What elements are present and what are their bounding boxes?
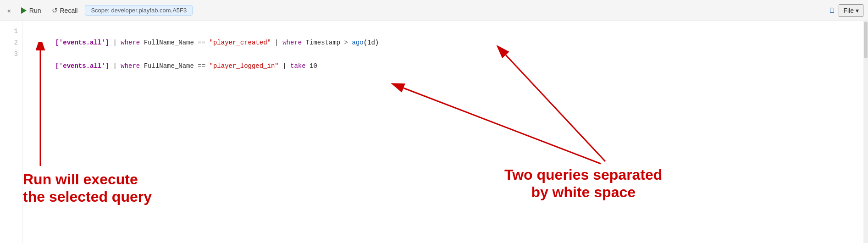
file-icon: 🗒: [829, 6, 836, 15]
recall-button[interactable]: ↺ Recall: [48, 5, 81, 17]
file-label: File: [843, 7, 854, 14]
token-table-1: ['events.all']: [55, 39, 109, 46]
token-pipe-4: |: [279, 62, 290, 70]
scope-badge: Scope: developer.playfab.com.A5F3: [85, 5, 193, 16]
scope-prefix: Scope:: [91, 7, 109, 14]
chevron-down-icon: ▾: [856, 7, 859, 14]
code-area[interactable]: ['events.all'] | where FullName_Name == …: [23, 21, 863, 243]
token-take-1: take: [290, 62, 306, 70]
token-pipe-1: |: [109, 39, 121, 46]
token-where-1: where: [121, 39, 140, 46]
file-button[interactable]: File ▾: [839, 4, 863, 17]
line-number-2: 2: [0, 37, 18, 49]
editor-area: 1 2 3 ['events.all'] | where FullName_Na…: [0, 21, 868, 243]
token-op-1: ==: [198, 39, 205, 46]
token-op-3: ==: [198, 62, 205, 70]
token-str-2: "player_logged_in": [205, 62, 279, 70]
token-where-2: where: [282, 39, 302, 46]
scope-value: developer.playfab.com.A5F3: [111, 7, 187, 14]
toolbar: « Run ↺ Recall Scope: developer.playfab.…: [0, 0, 868, 21]
recall-label: Recall: [60, 7, 77, 14]
token-field-1: FullName_Name: [140, 39, 198, 46]
recall-icon: ↺: [52, 6, 58, 15]
token-paren-1: (1d): [364, 39, 379, 46]
collapse-button[interactable]: «: [5, 5, 14, 16]
token-op-2: >: [344, 39, 348, 46]
vertical-scrollbar[interactable]: [863, 21, 868, 243]
token-pipe-3: |: [109, 62, 121, 70]
double-chevron-left-icon: «: [7, 7, 11, 14]
token-where-3: where: [121, 62, 140, 70]
run-label: Run: [29, 7, 41, 14]
token-num-1: 10: [306, 62, 317, 70]
line-number-1: 1: [0, 26, 18, 37]
run-button[interactable]: Run: [17, 5, 45, 16]
token-str-1: "player_created": [205, 39, 271, 46]
scrollbar-thumb[interactable]: [864, 22, 868, 58]
run-icon: [21, 7, 27, 14]
token-field-2: Timestamp: [302, 39, 344, 46]
token-pipe-2: |: [271, 39, 282, 46]
token-func-1: ago: [348, 39, 364, 46]
toolbar-right: 🗒 File ▾: [829, 4, 863, 17]
line-numbers: 1 2 3: [0, 21, 23, 243]
code-line-1: ['events.all'] | where FullName_Name == …: [32, 26, 854, 37]
code-line-3: ['events.all'] | where FullName_Name == …: [32, 49, 854, 60]
line-number-3: 3: [0, 49, 18, 60]
token-table-2: ['events.all']: [55, 62, 109, 70]
token-field-3: FullName_Name: [140, 62, 198, 70]
